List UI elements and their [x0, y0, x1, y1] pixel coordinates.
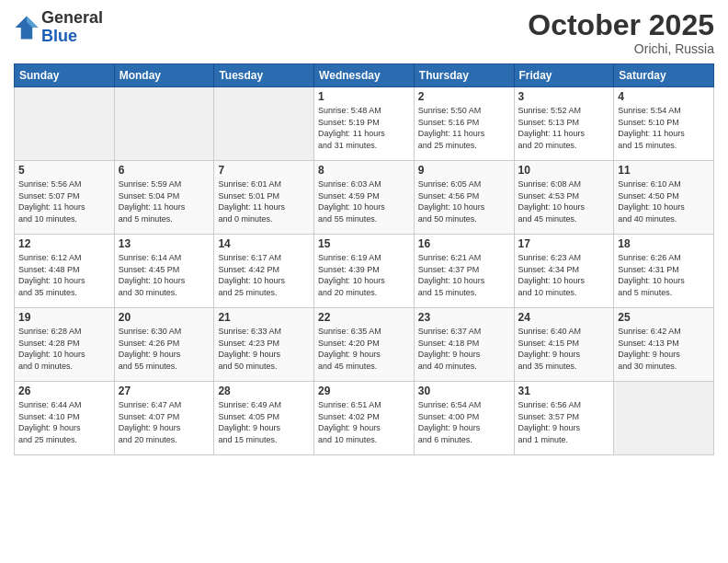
day-number: 5: [18, 164, 110, 177]
calendar-cell: 16Sunrise: 6:21 AM Sunset: 4:37 PM Dayli…: [414, 235, 514, 308]
calendar-cell: 27Sunrise: 6:47 AM Sunset: 4:07 PM Dayli…: [114, 382, 214, 455]
title-block: October 2025 Orichi, Russia: [528, 9, 714, 56]
day-info: Sunrise: 6:30 AM Sunset: 4:26 PM Dayligh…: [119, 326, 210, 372]
day-header-monday: Monday: [114, 64, 214, 87]
day-info: Sunrise: 6:51 AM Sunset: 4:02 PM Dayligh…: [318, 399, 410, 445]
calendar-cell: 6Sunrise: 5:59 AM Sunset: 5:04 PM Daylig…: [114, 161, 214, 235]
day-info: Sunrise: 6:37 AM Sunset: 4:18 PM Dayligh…: [418, 326, 510, 372]
day-info: Sunrise: 5:59 AM Sunset: 5:04 PM Dayligh…: [119, 178, 210, 224]
calendar-week-1: 1Sunrise: 5:48 AM Sunset: 5:19 PM Daylig…: [15, 87, 714, 161]
day-number: 27: [119, 385, 210, 397]
day-header-sunday: Sunday: [15, 64, 115, 87]
day-info: Sunrise: 6:03 AM Sunset: 4:59 PM Dayligh…: [318, 178, 410, 224]
day-info: Sunrise: 5:52 AM Sunset: 5:13 PM Dayligh…: [518, 105, 610, 151]
day-number: 10: [518, 164, 610, 177]
calendar-week-2: 5Sunrise: 5:56 AM Sunset: 5:07 PM Daylig…: [15, 161, 714, 235]
day-number: 21: [218, 311, 310, 324]
day-number: 8: [318, 164, 410, 177]
calendar-cell: 30Sunrise: 6:54 AM Sunset: 4:00 PM Dayli…: [414, 382, 514, 455]
day-number: 3: [518, 90, 610, 103]
calendar-table: SundayMondayTuesdayWednesdayThursdayFrid…: [14, 63, 714, 455]
calendar-cell: [15, 87, 115, 161]
logo-line2: Blue: [41, 27, 77, 45]
calendar-cell: 2Sunrise: 5:50 AM Sunset: 5:16 PM Daylig…: [414, 87, 514, 161]
calendar-cell: 17Sunrise: 6:23 AM Sunset: 4:34 PM Dayli…: [514, 235, 614, 308]
day-number: 30: [418, 385, 510, 397]
month-title: October 2025: [528, 9, 714, 41]
calendar-week-3: 12Sunrise: 6:12 AM Sunset: 4:48 PM Dayli…: [15, 235, 714, 308]
calendar-cell: 28Sunrise: 6:49 AM Sunset: 4:05 PM Dayli…: [214, 382, 314, 455]
calendar-cell: 7Sunrise: 6:01 AM Sunset: 5:01 PM Daylig…: [214, 161, 314, 235]
day-info: Sunrise: 6:14 AM Sunset: 4:45 PM Dayligh…: [119, 252, 210, 298]
day-number: 24: [518, 311, 610, 324]
calendar-week-4: 19Sunrise: 6:28 AM Sunset: 4:28 PM Dayli…: [15, 308, 714, 382]
day-number: 4: [618, 90, 710, 103]
day-info: Sunrise: 6:12 AM Sunset: 4:48 PM Dayligh…: [18, 252, 110, 298]
calendar-cell: 13Sunrise: 6:14 AM Sunset: 4:45 PM Dayli…: [114, 235, 214, 308]
day-number: 12: [18, 237, 110, 250]
calendar-cell: 3Sunrise: 5:52 AM Sunset: 5:13 PM Daylig…: [514, 87, 614, 161]
day-number: 6: [119, 164, 210, 177]
day-number: 13: [119, 237, 210, 250]
day-number: 2: [418, 90, 510, 103]
calendar-cell: 22Sunrise: 6:35 AM Sunset: 4:20 PM Dayli…: [314, 308, 415, 382]
day-number: 19: [18, 311, 110, 324]
calendar-cell: 8Sunrise: 6:03 AM Sunset: 4:59 PM Daylig…: [314, 161, 415, 235]
calendar-cell: 24Sunrise: 6:40 AM Sunset: 4:15 PM Dayli…: [514, 308, 614, 382]
day-info: Sunrise: 6:19 AM Sunset: 4:39 PM Dayligh…: [318, 252, 410, 298]
calendar-cell: 29Sunrise: 6:51 AM Sunset: 4:02 PM Dayli…: [314, 382, 415, 455]
day-number: 20: [119, 311, 210, 324]
calendar-cell: 21Sunrise: 6:33 AM Sunset: 4:23 PM Dayli…: [214, 308, 314, 382]
header: General Blue October 2025 Orichi, Russia: [14, 9, 714, 56]
day-info: Sunrise: 6:21 AM Sunset: 4:37 PM Dayligh…: [418, 252, 510, 298]
calendar-cell: 18Sunrise: 6:26 AM Sunset: 4:31 PM Dayli…: [614, 235, 714, 308]
calendar-cell: 4Sunrise: 5:54 AM Sunset: 5:10 PM Daylig…: [614, 87, 714, 161]
day-info: Sunrise: 6:35 AM Sunset: 4:20 PM Dayligh…: [318, 326, 410, 372]
day-number: 29: [318, 385, 410, 397]
logo-text: General Blue: [41, 9, 103, 46]
day-info: Sunrise: 6:40 AM Sunset: 4:15 PM Dayligh…: [518, 326, 610, 372]
day-header-friday: Friday: [514, 64, 614, 87]
day-info: Sunrise: 6:10 AM Sunset: 4:50 PM Dayligh…: [618, 178, 710, 224]
calendar-week-5: 26Sunrise: 6:44 AM Sunset: 4:10 PM Dayli…: [15, 382, 714, 455]
calendar-header-row: SundayMondayTuesdayWednesdayThursdayFrid…: [15, 64, 714, 87]
day-number: 1: [318, 90, 410, 103]
day-number: 26: [18, 385, 110, 397]
day-info: Sunrise: 5:54 AM Sunset: 5:10 PM Dayligh…: [618, 105, 710, 151]
location-subtitle: Orichi, Russia: [528, 41, 714, 56]
calendar-cell: 19Sunrise: 6:28 AM Sunset: 4:28 PM Dayli…: [15, 308, 115, 382]
day-header-thursday: Thursday: [414, 64, 514, 87]
calendar-cell: 5Sunrise: 5:56 AM Sunset: 5:07 PM Daylig…: [15, 161, 115, 235]
calendar-cell: 1Sunrise: 5:48 AM Sunset: 5:19 PM Daylig…: [314, 87, 415, 161]
logo-line1: General: [41, 8, 103, 27]
day-info: Sunrise: 5:50 AM Sunset: 5:16 PM Dayligh…: [418, 105, 510, 151]
logo: General Blue: [14, 9, 103, 46]
day-info: Sunrise: 6:44 AM Sunset: 4:10 PM Dayligh…: [18, 399, 110, 445]
calendar-cell: 25Sunrise: 6:42 AM Sunset: 4:13 PM Dayli…: [614, 308, 714, 382]
day-number: 18: [618, 237, 710, 250]
calendar-cell: 10Sunrise: 6:08 AM Sunset: 4:53 PM Dayli…: [514, 161, 614, 235]
day-info: Sunrise: 6:28 AM Sunset: 4:28 PM Dayligh…: [18, 326, 110, 372]
day-number: 16: [418, 237, 510, 250]
day-info: Sunrise: 6:17 AM Sunset: 4:42 PM Dayligh…: [218, 252, 310, 298]
day-header-saturday: Saturday: [614, 64, 714, 87]
day-info: Sunrise: 6:01 AM Sunset: 5:01 PM Dayligh…: [218, 178, 310, 224]
day-info: Sunrise: 6:26 AM Sunset: 4:31 PM Dayligh…: [618, 252, 710, 298]
calendar-cell: [114, 87, 214, 161]
day-info: Sunrise: 6:05 AM Sunset: 4:56 PM Dayligh…: [418, 178, 510, 224]
calendar-cell: [614, 382, 714, 455]
calendar-cell: 9Sunrise: 6:05 AM Sunset: 4:56 PM Daylig…: [414, 161, 514, 235]
calendar-cell: 15Sunrise: 6:19 AM Sunset: 4:39 PM Dayli…: [314, 235, 415, 308]
day-info: Sunrise: 6:23 AM Sunset: 4:34 PM Dayligh…: [518, 252, 610, 298]
day-info: Sunrise: 6:42 AM Sunset: 4:13 PM Dayligh…: [618, 326, 710, 372]
day-info: Sunrise: 6:47 AM Sunset: 4:07 PM Dayligh…: [119, 399, 210, 445]
day-info: Sunrise: 6:08 AM Sunset: 4:53 PM Dayligh…: [518, 178, 610, 224]
calendar-cell: [214, 87, 314, 161]
day-number: 31: [518, 385, 610, 397]
calendar-cell: 12Sunrise: 6:12 AM Sunset: 4:48 PM Dayli…: [15, 235, 115, 308]
day-number: 25: [618, 311, 710, 324]
calendar-cell: 20Sunrise: 6:30 AM Sunset: 4:26 PM Dayli…: [114, 308, 214, 382]
day-header-tuesday: Tuesday: [214, 64, 314, 87]
day-number: 28: [218, 385, 310, 397]
calendar-cell: 14Sunrise: 6:17 AM Sunset: 4:42 PM Dayli…: [214, 235, 314, 308]
